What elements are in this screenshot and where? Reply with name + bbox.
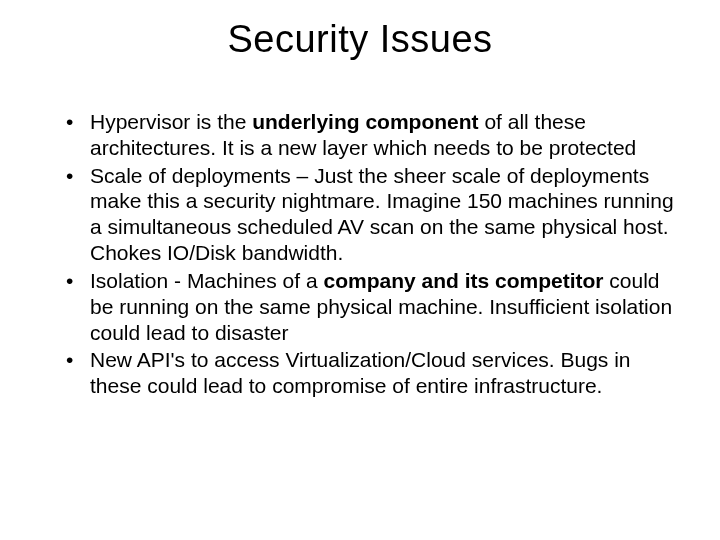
bullet-text-pre: Hypervisor is the <box>90 110 252 133</box>
bullet-text-pre: Isolation - Machines of a <box>90 269 323 292</box>
list-item: New API's to access Virtualization/Cloud… <box>76 347 680 399</box>
list-item: Scale of deployments – Just the sheer sc… <box>76 163 680 266</box>
bullet-text-pre: New API's to access Virtualization/Cloud… <box>90 348 631 397</box>
slide-title: Security Issues <box>40 18 680 61</box>
bullet-text-pre: Scale of deployments – Just the sheer sc… <box>90 164 674 264</box>
bullet-text-bold: underlying component <box>252 110 478 133</box>
list-item: Hypervisor is the underlying component o… <box>76 109 680 161</box>
list-item: Isolation - Machines of a company and it… <box>76 268 680 345</box>
bullet-list: Hypervisor is the underlying component o… <box>40 109 680 399</box>
bullet-text-bold: company and its competitor <box>323 269 603 292</box>
